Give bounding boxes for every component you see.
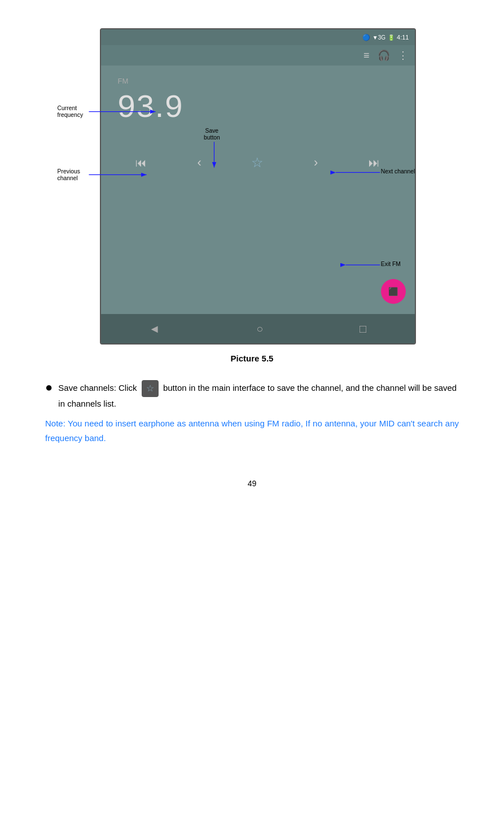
bullet-text: Save channels: Click ☆ button in the mai…	[58, 380, 459, 411]
fm-label: FM	[118, 77, 398, 85]
home-nav-icon[interactable]: ○	[256, 322, 263, 335]
more-options-icon[interactable]: ⋮	[398, 49, 408, 62]
time-display: 4:11	[397, 34, 409, 41]
fm-main-area	[101, 178, 415, 337]
svg-text:channel: channel	[58, 175, 78, 181]
menu-icon[interactable]: ≡	[363, 50, 370, 62]
action-bar: ≡ 🎧 ⋮	[101, 45, 415, 66]
signal-icon: ▼3G	[372, 34, 385, 41]
battery-icon: 🔋	[388, 34, 395, 41]
bullet-text-before: Save channels: Click	[58, 383, 137, 393]
page-container: 🔵 ▼3G 🔋 4:11 ≡ 🎧 ⋮ FM 93.9 ⏮ ‹	[0, 0, 504, 837]
bluetooth-icon: 🔵	[362, 34, 370, 41]
bullet-item-save: ● Save channels: Click ☆ button in the m…	[45, 380, 459, 411]
controls-row: ⏮ ‹ ☆ › ⏭	[101, 147, 415, 178]
fm-content: FM 93.9	[101, 66, 415, 141]
phone-frame: 🔵 ▼3G 🔋 4:11 ≡ 🎧 ⋮ FM 93.9 ⏮ ‹	[100, 28, 416, 345]
save-icon-inline: ☆	[142, 380, 159, 397]
status-bar: 🔵 ▼3G 🔋 4:11	[101, 29, 415, 45]
picture-caption: Picture 5.5	[23, 354, 481, 363]
screenshot-section: 🔵 ▼3G 🔋 4:11 ≡ 🎧 ⋮ FM 93.9 ⏮ ‹	[56, 11, 459, 345]
back-nav-icon[interactable]: ◄	[149, 322, 160, 335]
headphones-icon[interactable]: 🎧	[378, 49, 390, 62]
fm-frequency: 93.9	[118, 88, 398, 124]
svg-text:Previous: Previous	[58, 168, 80, 175]
bullet-section: ● Save channels: Click ☆ button in the m…	[23, 380, 481, 445]
recent-nav-icon[interactable]: □	[360, 322, 366, 335]
exit-fm-button[interactable]	[381, 279, 406, 304]
note-text: Note: You need to insert earphone as ant…	[45, 416, 459, 445]
save-button[interactable]: ☆	[247, 152, 268, 173]
next-step-button[interactable]: ›	[306, 152, 326, 173]
bullet-dot: ●	[45, 381, 52, 394]
next-channel-button[interactable]: ⏭	[364, 152, 384, 173]
status-bar-icons: 🔵 ▼3G 🔋 4:11	[362, 34, 409, 41]
svg-text:Current: Current	[58, 105, 77, 111]
phone-nav-bar: ◄ ○ □	[101, 314, 415, 343]
prev-step-button[interactable]: ‹	[189, 152, 209, 173]
page-number: 49	[23, 479, 481, 488]
svg-text:frequency: frequency	[58, 112, 84, 118]
prev-channel-button[interactable]: ⏮	[131, 152, 151, 173]
